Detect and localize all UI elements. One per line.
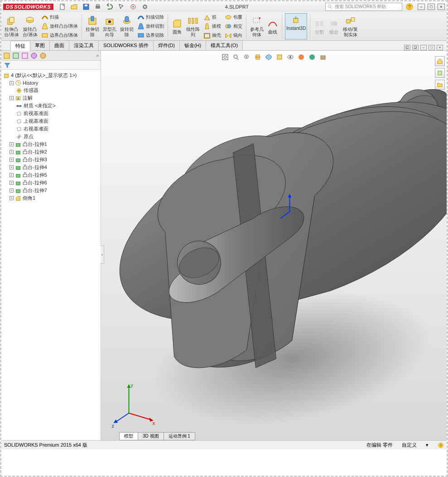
svg-rect-51 [17, 105, 19, 107]
intersect-icon [225, 23, 232, 30]
tree-item[interactable]: +凸台-拉伸1 [2, 140, 100, 148]
close-button[interactable]: × [438, 4, 445, 10]
tab-render[interactable]: 渲染工具 [69, 40, 99, 50]
cut-boundary-button[interactable]: 边界切除 [136, 31, 165, 39]
expand-icon[interactable]: + [10, 142, 14, 146]
doc-maximize-button[interactable]: □ [429, 45, 435, 50]
fillet-button[interactable]: 圆角 [171, 17, 183, 36]
save-icon[interactable] [82, 3, 90, 10]
ref-geometry-button[interactable]: 参考几 何体 [249, 14, 265, 39]
tree-item[interactable]: 原点 [2, 133, 100, 140]
cut-revolve-button[interactable]: 旋转切 除 [119, 14, 135, 39]
model-tab[interactable]: 模型 [119, 432, 138, 440]
tab-weldments[interactable]: 焊件(D) [153, 40, 180, 50]
filter-icon[interactable] [4, 62, 10, 68]
cut-sweep-button[interactable]: 扫描切除 [136, 13, 165, 21]
dimxpert-tab-icon[interactable] [30, 52, 38, 59]
tab-addins[interactable]: SOLIDWORKS 插件 [98, 40, 154, 50]
expand-icon[interactable]: + [10, 158, 14, 162]
pattern-button[interactable]: 线性阵 列 [185, 14, 201, 39]
revolve-boss-button[interactable]: 旋转凸 台/基体 [22, 14, 39, 39]
tab-features[interactable]: 特征 [10, 41, 30, 51]
custom-label[interactable]: 自定义 [402, 442, 417, 448]
graphics-viewport[interactable]: ‹ + [101, 51, 447, 440]
tree-item[interactable]: +A注解 [2, 94, 100, 102]
extrude-boss-button[interactable]: 拉伸凸 台/基体 [3, 14, 20, 39]
expand-icon[interactable]: + [10, 81, 14, 85]
doc-minimize-button[interactable]: – [420, 45, 427, 50]
expand-icon[interactable]: + [10, 196, 14, 200]
tree-item-label: 凸台-拉伸1 [23, 141, 47, 148]
shell-button[interactable]: 抽壳 [202, 31, 222, 39]
rebuild-icon[interactable] [130, 3, 137, 10]
select-icon[interactable] [118, 3, 125, 10]
tab-mold[interactable]: 模具工具(O) [206, 40, 243, 50]
motion-study-tab[interactable]: 运动算例 1 [164, 432, 195, 440]
display-manager-tab-icon[interactable] [39, 52, 47, 59]
3d-views-tab[interactable]: 3D 视图 [138, 432, 164, 440]
tab-surfaces[interactable]: 曲面 [49, 40, 69, 50]
expand-icon[interactable]: + [10, 150, 14, 154]
print-icon[interactable] [94, 3, 101, 10]
tree-item[interactable]: +凸台-拉伸3 [2, 156, 100, 164]
property-manager-tab-icon[interactable] [12, 52, 19, 59]
status-dropdown-icon[interactable]: ▾ [426, 442, 429, 448]
sweep-button[interactable]: 扫描 [40, 13, 79, 21]
tab-sketch[interactable]: 草图 [30, 40, 50, 50]
tree-item[interactable]: +History [2, 79, 100, 87]
boundary-button[interactable]: 边界凸台/基体 [40, 31, 79, 39]
tree-item[interactable]: 上视基准面 [2, 117, 100, 125]
open-file-icon[interactable] [71, 3, 78, 10]
move-copy-button[interactable]: 移动/复 制实体 [342, 14, 359, 39]
expand-icon[interactable]: + [10, 173, 14, 177]
expand-icon[interactable]: + [10, 181, 14, 185]
tree-item[interactable]: +凸台-拉伸7 [2, 187, 100, 194]
loft-button[interactable]: 放样凸台/基体 [40, 22, 79, 30]
status-bar: SOLIDWORKS Premium 2015 x64 版 在编辑 零件 自定义… [1, 440, 447, 449]
expand-icon[interactable]: + [10, 96, 14, 100]
tree-item[interactable]: +凸台-拉伸5 [2, 171, 100, 179]
tree-item[interactable]: +凸台-拉伸6 [2, 179, 100, 187]
minimize-button[interactable]: – [418, 4, 425, 10]
status-help-icon[interactable]: ? [438, 442, 444, 448]
maximize-button[interactable]: □ [428, 4, 435, 10]
mirror-button[interactable]: 镜向 [224, 31, 243, 39]
config-manager-tab-icon[interactable] [21, 52, 29, 59]
tree-item-label: 右视基准面 [24, 125, 48, 132]
cut-extrude-button[interactable]: 拉伸切 除 [85, 14, 100, 39]
rib-button[interactable]: 筋 [202, 13, 222, 21]
draft-button[interactable]: 拔模 [202, 22, 222, 30]
wrap-button[interactable]: 包覆 [224, 13, 243, 21]
svg-point-44 [40, 53, 46, 58]
options-icon[interactable] [141, 3, 149, 10]
sweep-icon [41, 14, 48, 21]
tree-item[interactable]: +倒角1 [2, 194, 100, 202]
undo-icon[interactable] [106, 3, 113, 10]
cut-loft-button[interactable]: 放样切割 [136, 22, 165, 30]
doc-close-button[interactable]: × [437, 45, 443, 50]
tree-item[interactable]: 前视基准面 [2, 110, 100, 117]
doc-prev-button[interactable]: ◱ [404, 45, 410, 50]
split-button[interactable]: 分割 [313, 17, 326, 36]
intersect-button[interactable]: 相交 [224, 22, 243, 30]
curves-button[interactable]: 曲线 [266, 17, 279, 36]
expand-tabs-icon[interactable]: » [96, 53, 99, 58]
tree-item[interactable]: 右视基准面 [2, 125, 100, 133]
tree-root[interactable]: 4 (默认<<默认>_显示状态 1>) [2, 72, 100, 79]
feature-tree-tab-icon[interactable] [3, 52, 10, 59]
tree-item[interactable]: 传感器 [2, 87, 100, 94]
combine-button[interactable]: 组合 [328, 17, 340, 36]
tree-item[interactable]: +凸台-拉伸4 [2, 164, 100, 171]
plane-icon [16, 111, 22, 117]
hole-wizard-button[interactable]: 异型孔 向导 [102, 14, 117, 39]
tree-item[interactable]: +凸台-拉伸2 [2, 148, 100, 156]
help-icon[interactable]: ? [406, 3, 413, 10]
instant3d-button[interactable]: Instant3D [285, 13, 307, 39]
help-search-input[interactable]: 搜索 SOLIDWORKS 帮助 [325, 3, 402, 11]
tab-sheetmetal[interactable]: 钣金(H) [179, 40, 206, 50]
new-file-icon[interactable] [59, 3, 66, 10]
expand-icon[interactable]: + [10, 188, 14, 193]
doc-next-button[interactable]: ◲ [412, 45, 419, 50]
tree-item[interactable]: 材质 <未指定> [2, 102, 100, 110]
expand-icon[interactable]: + [10, 165, 14, 169]
